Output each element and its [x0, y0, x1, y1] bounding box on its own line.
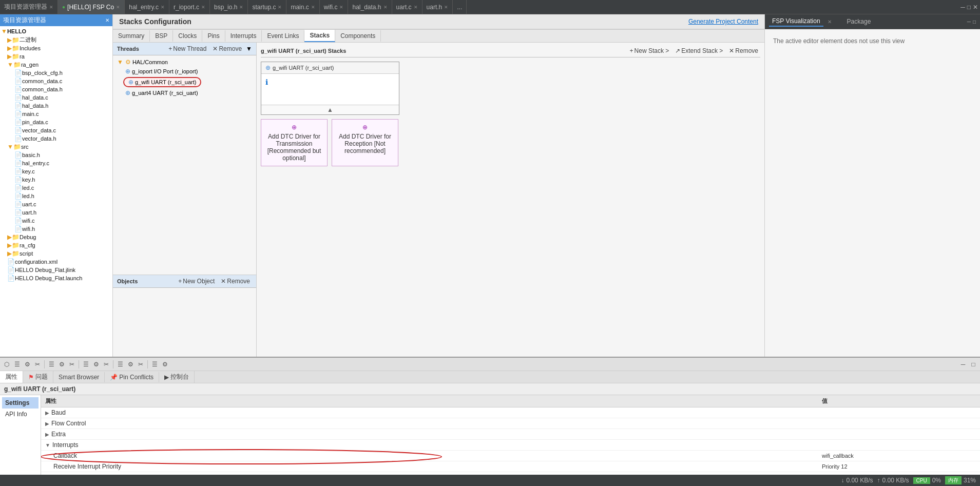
- tab-wifi-c[interactable]: wifi.c ✕: [320, 0, 349, 14]
- close-tab-icon[interactable]: ✕: [116, 5, 120, 10]
- tree-item-wifi-c[interactable]: 📄 wifi.c: [0, 217, 112, 225]
- tree-item-debug[interactable]: ▶ 📁 Debug: [0, 233, 112, 241]
- toolbar-icon-15[interactable]: ⚙: [160, 360, 169, 369]
- tree-item-hal-data-h[interactable]: 📄 hal_data.h: [0, 102, 112, 110]
- tab-bsp[interactable]: BSP: [150, 30, 173, 42]
- toolbar-icon-14[interactable]: ☰: [150, 360, 159, 369]
- tree-item-led-c[interactable]: 📄 led.c: [0, 184, 112, 192]
- threads-tree[interactable]: ▼ ⚙ HAL/Common ⊕ g_ioport I/O Port (r_io…: [113, 55, 256, 275]
- thread-item-g-uart4[interactable]: ⊕ g_uart4 UART (r_sci_uart): [123, 88, 254, 98]
- sidebar-settings[interactable]: Settings: [2, 397, 39, 409]
- nav-tab-questions[interactable]: ⚑ 问题: [23, 371, 53, 383]
- props-row-rx-priority[interactable]: Receive Interrupt Priority Priority 12: [41, 461, 980, 472]
- tree-item-includes[interactable]: ▶ 📁 Includes: [0, 44, 112, 52]
- fsp-viz-tab[interactable]: FSP Visualization: [769, 16, 823, 27]
- tab-bsp-io[interactable]: bsp_io.h ✕: [210, 0, 248, 14]
- explorer-close-icon[interactable]: ✕: [105, 17, 109, 23]
- close-hal-icon[interactable]: ✕: [161, 5, 165, 10]
- tree-item-hello[interactable]: ▼ HELLO: [0, 27, 112, 35]
- stacks-remove-btn[interactable]: ✕ Remove: [727, 47, 760, 55]
- toolbar-minimize-icon[interactable]: ─: [958, 360, 968, 369]
- thread-item-g-ioport[interactable]: ⊕ g_ioport I/O Port (r_ioport): [123, 67, 254, 76]
- tab-startup[interactable]: startup.c ✕: [248, 0, 286, 14]
- close-bspio-icon[interactable]: ✕: [239, 5, 243, 10]
- nav-tab-properties[interactable]: 属性: [0, 371, 23, 383]
- tree-item-hal-data-c[interactable]: 📄 hal_data.c: [0, 93, 112, 102]
- toolbar-icon-7[interactable]: ✂: [67, 360, 76, 369]
- toolbar-maximize-icon[interactable]: □: [969, 360, 978, 369]
- tree-item-ra[interactable]: ▶ 📁 ra: [0, 52, 112, 61]
- tab-fsp-config[interactable]: ● [HELLO] FSP Co ✕: [58, 0, 125, 14]
- tab-main-c[interactable]: main.c ✕: [286, 0, 319, 14]
- close-icon[interactable]: ✕: [49, 5, 53, 10]
- tree-item-common-data-c[interactable]: 📄 common_data.c: [0, 77, 112, 85]
- toolbar-icon-12[interactable]: ⚙: [126, 360, 135, 369]
- toolbar-icon-6[interactable]: ⚙: [57, 360, 66, 369]
- right-maximize-icon[interactable]: □: [973, 19, 976, 25]
- props-row-interrupts[interactable]: ▼ Interrupts: [41, 440, 980, 451]
- tree-item-uart-h[interactable]: 📄 uart.h: [0, 208, 112, 217]
- package-tab[interactable]: Package: [844, 17, 874, 26]
- interrupts-expand-icon[interactable]: ▼: [45, 442, 50, 448]
- toolbar-icon-9[interactable]: ⚙: [91, 360, 101, 369]
- tree-item-bspclock[interactable]: 📄 bsp_clock_cfg.h: [0, 69, 112, 77]
- right-minimize-icon[interactable]: ─: [967, 19, 971, 25]
- toolbar-icon-11[interactable]: ☰: [116, 360, 125, 369]
- tree-item-wifi-h[interactable]: 📄 wifi.h: [0, 225, 112, 233]
- tab-summary[interactable]: Summary: [113, 30, 150, 42]
- tree-item-main-c[interactable]: 📄 main.c: [0, 110, 112, 118]
- toolbar-icon-2[interactable]: ☰: [12, 360, 22, 369]
- tree-item-pin-data-c[interactable]: 📄 pin_data.c: [0, 118, 112, 126]
- objects-remove-btn[interactable]: ✕ Remove: [219, 277, 252, 285]
- tree-item-led-h[interactable]: 📄 led.h: [0, 192, 112, 200]
- close-window-icon[interactable]: ✕: [973, 4, 978, 11]
- fsp-viz-close-icon[interactable]: ✕: [828, 19, 832, 25]
- tree-item-binary[interactable]: ▶ 📁 二进制: [0, 35, 112, 44]
- toolbar-icon-8[interactable]: ☰: [81, 360, 90, 369]
- sidebar-api-info[interactable]: API Info: [2, 409, 39, 420]
- close-wific-icon[interactable]: ✕: [339, 5, 343, 10]
- close-startup-icon[interactable]: ✕: [278, 5, 282, 10]
- toolbar-icon-10[interactable]: ✂: [102, 360, 111, 369]
- tree-item-script[interactable]: ▶ 📁 script: [0, 249, 112, 258]
- props-row-baud[interactable]: ▶ Baud: [41, 407, 980, 418]
- tree-item-ra-gen[interactable]: ▼ 📁 ra_gen: [0, 61, 112, 69]
- tab-components[interactable]: Components: [335, 30, 381, 42]
- dtc-card-reception[interactable]: ⊕ Add DTC Driver for Reception [Not reco…: [332, 119, 398, 166]
- tree-item-uart-c[interactable]: 📄 uart.c: [0, 200, 112, 208]
- tab-uart-h[interactable]: uart.h ✕: [422, 0, 453, 14]
- tab-interrupts[interactable]: Interrupts: [225, 30, 262, 42]
- tree-item-config-xml[interactable]: 📄 configuration.xml: [0, 258, 112, 266]
- extra-expand-icon[interactable]: ▶: [45, 432, 49, 437]
- close-uartc-icon[interactable]: ✕: [414, 5, 418, 10]
- props-row-callback[interactable]: Callback wifi_callback: [41, 451, 980, 461]
- tab-pins[interactable]: Pins: [202, 30, 225, 42]
- tree-item-src[interactable]: ▼ 📁 src: [0, 143, 112, 151]
- maximize-icon[interactable]: □: [967, 4, 971, 11]
- tab-stacks[interactable]: Stacks: [304, 30, 335, 42]
- tab-project-explorer[interactable]: 项目资源管理器 ✕: [0, 0, 58, 14]
- new-object-btn[interactable]: + New Object: [176, 277, 217, 285]
- toolbar-icon-1[interactable]: ⬡: [2, 360, 11, 369]
- flow-expand-icon[interactable]: ▶: [45, 421, 49, 426]
- tree-item-hello-debug-launch[interactable]: 📄 HELLO Debug_Flat.launch: [0, 274, 112, 282]
- toolbar-icon-5[interactable]: ☰: [47, 360, 56, 369]
- file-tree[interactable]: ▼ HELLO ▶ 📁 二进制 ▶ 📁 Includes ▶ 📁 ra: [0, 26, 112, 357]
- close-haldatah-icon[interactable]: ✕: [383, 5, 388, 10]
- baud-expand-icon[interactable]: ▶: [45, 410, 49, 416]
- new-thread-btn[interactable]: + New Thread: [166, 45, 208, 53]
- tab-more[interactable]: ...: [453, 0, 467, 14]
- tab-event-links[interactable]: Event Links: [262, 30, 304, 42]
- tab-hal-entry[interactable]: hal_entry.c ✕: [125, 0, 169, 14]
- toolbar-icon-13[interactable]: ✂: [136, 360, 145, 369]
- thread-item-g-wifi[interactable]: ⊕ g_wifi UART (r_sci_uart): [123, 77, 201, 87]
- tab-r-ioport[interactable]: r_ioport.c ✕: [169, 0, 210, 14]
- toolbar-icon-3[interactable]: ⚙: [23, 360, 32, 369]
- tree-item-key-c[interactable]: 📄 key.c: [0, 167, 112, 176]
- tab-uart-c[interactable]: uart.c ✕: [392, 0, 422, 14]
- tree-item-hello-debug-flat[interactable]: 📄 HELLO Debug_Flat.jlink: [0, 266, 112, 274]
- nav-tab-pin-conflicts[interactable]: 📌 Pin Conflicts: [105, 372, 159, 382]
- tab-hal-data-h[interactable]: hal_data.h ✕: [348, 0, 392, 14]
- tree-item-hal-entry-c[interactable]: 📄 hal_entry.c: [0, 159, 112, 167]
- nav-tab-console[interactable]: ▶ 控制台: [159, 371, 195, 383]
